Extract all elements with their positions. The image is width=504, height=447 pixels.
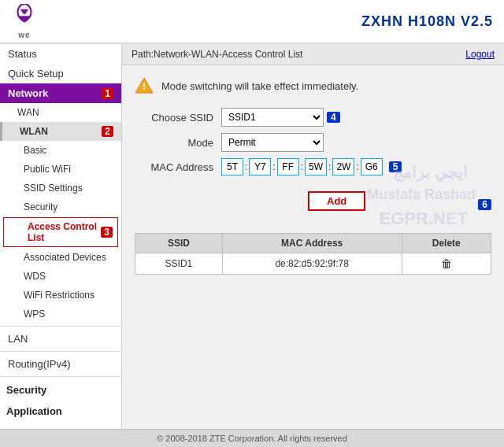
table-header-delete: Delete	[402, 234, 491, 253]
footer: © 2008-2018 ZTE Corporation. All rights …	[0, 429, 504, 447]
form-table: Choose SSID SSID1 SSID2 SSID3 SSID4 4 Mo…	[135, 108, 491, 175]
mac-input-1[interactable]	[221, 158, 243, 175]
divider-1	[0, 326, 121, 327]
device-title: ZXHN H108N V2.5	[361, 13, 493, 30]
logo-area: we	[11, 4, 38, 39]
sidebar-item-wifi-restrictions[interactable]: WiFi Restrictions	[0, 286, 121, 305]
sidebar-item-wds[interactable]: WDS	[0, 267, 121, 286]
badge-4: 4	[327, 112, 340, 123]
badge-3: 3	[101, 227, 113, 238]
svg-text:!: !	[143, 81, 146, 92]
logo-text: we	[18, 31, 30, 39]
sidebar: Status Quick Setup Network 1 WAN WLAN 2 …	[0, 44, 122, 429]
sidebar-item-application[interactable]: Application	[0, 401, 121, 422]
mac-table: SSID MAC Address Delete SSID1 de:82:d5:9…	[135, 233, 491, 275]
mac-input-6[interactable]	[361, 158, 383, 175]
warning-icon: !	[135, 76, 154, 95]
sidebar-item-associated-devices[interactable]: Associated Devices	[0, 248, 121, 267]
warning-box: ! Mode switching will take effect immedi…	[135, 76, 491, 95]
mac-input-4[interactable]	[305, 158, 327, 175]
badge-2: 2	[102, 126, 113, 137]
mac-input-3[interactable]	[277, 158, 299, 175]
path-bar: Path:Network-WLAN-Access Control List Lo…	[122, 44, 504, 65]
sidebar-item-quick-setup[interactable]: Quick Setup	[0, 64, 121, 83]
content-area: Path:Network-WLAN-Access Control List Lo…	[122, 44, 504, 429]
badge-6: 6	[478, 199, 491, 210]
delete-icon[interactable]: 🗑	[441, 257, 452, 270]
table-cell-delete[interactable]: 🗑	[402, 253, 491, 275]
sidebar-item-routing[interactable]: Routing(IPv4)	[0, 354, 121, 374]
table-row: SSID1 de:82:d5:92:9f:78 🗑	[135, 253, 491, 275]
logout-button[interactable]: Logout	[465, 49, 495, 60]
mac-sep-3: :	[301, 161, 303, 172]
form-row-mac: MAC Address : : : : :	[135, 158, 491, 175]
sidebar-item-ssid-settings[interactable]: SSID Settings	[0, 179, 121, 198]
table-header-mac: MAC Address	[222, 234, 402, 253]
logo-icon	[11, 4, 38, 31]
sidebar-item-security[interactable]: Security	[0, 198, 121, 216]
add-row: Add 6	[221, 187, 491, 222]
mode-label: Mode	[135, 137, 221, 149]
mac-label: MAC Address	[135, 161, 221, 173]
table-cell-mac: de:82:d5:92:9f:78	[222, 253, 402, 275]
sidebar-item-wlan[interactable]: WLAN 2	[0, 122, 121, 141]
mac-fields: : : : : : 5	[221, 158, 402, 175]
mac-sep-2: :	[272, 161, 275, 172]
form-row-ssid: Choose SSID SSID1 SSID2 SSID3 SSID4 4	[135, 108, 491, 127]
divider-3	[0, 376, 121, 377]
mac-input-2[interactable]	[249, 158, 271, 175]
footer-text: © 2008-2018 ZTE Corporation. All rights …	[157, 434, 347, 443]
mode-select[interactable]: Permit Deny	[221, 133, 324, 152]
form-row-mode: Mode Permit Deny	[135, 133, 491, 152]
mac-sep-1: :	[245, 161, 247, 172]
sidebar-item-network[interactable]: Network 1	[0, 83, 121, 103]
sidebar-item-status[interactable]: Status	[0, 44, 121, 64]
sidebar-item-wps[interactable]: WPS	[0, 305, 121, 323]
warning-message: Mode switching will take effect immediat…	[161, 80, 358, 92]
table-header-ssid: SSID	[135, 234, 223, 253]
sidebar-item-acl[interactable]: Access Control List 3	[3, 217, 118, 247]
badge-1: 1	[102, 88, 113, 99]
sidebar-item-wan[interactable]: WAN	[0, 103, 121, 122]
mac-sep-4: :	[328, 161, 331, 172]
divider-2	[0, 351, 121, 352]
ssid-select[interactable]: SSID1 SSID2 SSID3 SSID4	[221, 108, 324, 127]
sidebar-item-security-section: Security	[0, 379, 121, 401]
badge-5: 5	[389, 161, 402, 172]
mac-input-5[interactable]	[332, 158, 354, 175]
mac-sep-5: :	[356, 161, 358, 172]
sidebar-item-basic[interactable]: Basic	[0, 141, 121, 160]
ssid-label: Choose SSID	[135, 112, 221, 124]
add-button[interactable]: Add	[308, 191, 365, 211]
sidebar-item-lan[interactable]: LAN	[0, 329, 121, 349]
path-text: Path:Network-WLAN-Access Control List	[132, 49, 302, 60]
sidebar-item-administration[interactable]: Administration	[0, 422, 121, 429]
sidebar-item-public-wifi[interactable]: Public WiFi	[0, 160, 121, 179]
content-inner: ايجي برامج Mustafa Rashad EGPR.NET ! Mod…	[122, 65, 504, 429]
header: we ZXHN H108N V2.5	[0, 0, 504, 44]
table-cell-ssid: SSID1	[135, 253, 223, 275]
